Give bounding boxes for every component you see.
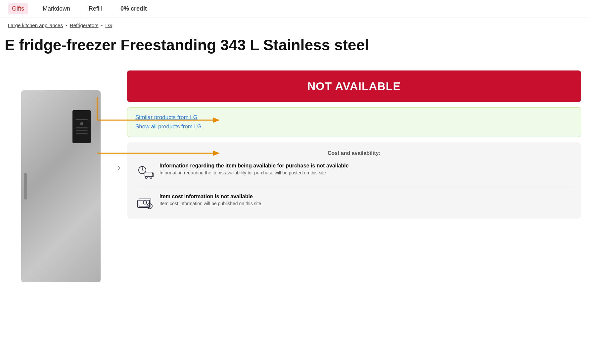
breadcrumb-lg[interactable]: LG bbox=[105, 23, 112, 28]
availability-item-1: Information regarding the item being ava… bbox=[136, 163, 572, 180]
fridge-panel bbox=[72, 110, 91, 143]
breadcrumb-large-kitchen[interactable]: Large kitchen appliances bbox=[8, 23, 63, 28]
fridge-handle bbox=[24, 173, 27, 200]
page-title: E fridge-freezer Freestanding 343 L Stai… bbox=[5, 33, 581, 64]
show-all-products-link[interactable]: Show all products from LG bbox=[135, 123, 573, 130]
avail-divider bbox=[136, 187, 572, 187]
money-icon: $ bbox=[136, 194, 154, 211]
panel-dot bbox=[80, 122, 83, 125]
breadcrumb-refrigerators[interactable]: Refrigerators bbox=[70, 23, 99, 28]
similar-products-box: Similar products from LG Show all produc… bbox=[127, 107, 581, 137]
avail-sub-text-1: Information regarding the items availabi… bbox=[159, 170, 349, 175]
breadcrumb-dot-2: ● bbox=[101, 24, 103, 27]
panel-line-3 bbox=[76, 130, 88, 131]
svg-point-10 bbox=[150, 176, 152, 178]
delivery-clock-icon bbox=[136, 163, 154, 180]
product-image bbox=[21, 90, 101, 282]
nav-item-refill[interactable]: Refill bbox=[85, 3, 106, 14]
breadcrumb-dot-1: ● bbox=[66, 24, 67, 27]
avail-text-block-1: Information regarding the item being ava… bbox=[159, 163, 349, 175]
avail-main-text-1: Information regarding the item being ava… bbox=[159, 163, 349, 169]
panel-line-4 bbox=[76, 133, 88, 134]
similar-products-link[interactable]: Similar products from LG bbox=[135, 114, 573, 121]
avail-text-block-2: Item cost information is not available I… bbox=[159, 194, 261, 206]
avail-main-text-2: Item cost information is not available bbox=[159, 194, 261, 200]
nav-item-markdown[interactable]: Markdown bbox=[39, 3, 74, 14]
panel-line-2 bbox=[76, 127, 88, 128]
right-panel: NOT AVAILABLE Similar products from LG S… bbox=[127, 64, 581, 282]
breadcrumb: Large kitchen appliances ● Refrigerators… bbox=[0, 18, 589, 33]
svg-rect-8 bbox=[145, 172, 152, 177]
cost-avail-title: Cost and availability: bbox=[136, 150, 572, 156]
avail-sub-text-2: Item cost information will be published … bbox=[159, 201, 261, 206]
availability-item-2: $ Item cost information is not available… bbox=[136, 194, 572, 211]
main-content: › NOT AVAILABLE Similar products from LG… bbox=[0, 64, 589, 282]
svg-text:$: $ bbox=[148, 205, 150, 208]
carousel-next-button[interactable]: › bbox=[117, 162, 120, 173]
not-available-button[interactable]: NOT AVAILABLE bbox=[127, 70, 581, 102]
top-navigation: Gifts Markdown Refill 0% credit bbox=[0, 0, 589, 18]
product-image-area: › bbox=[8, 64, 114, 282]
panel-line-1 bbox=[76, 119, 88, 120]
nav-item-gifts[interactable]: Gifts bbox=[8, 3, 28, 14]
nav-item-credit[interactable]: 0% credit bbox=[116, 3, 151, 14]
cost-availability-box: Cost and availability: bbox=[127, 142, 581, 219]
svg-point-13 bbox=[143, 201, 147, 204]
svg-point-9 bbox=[145, 176, 147, 178]
